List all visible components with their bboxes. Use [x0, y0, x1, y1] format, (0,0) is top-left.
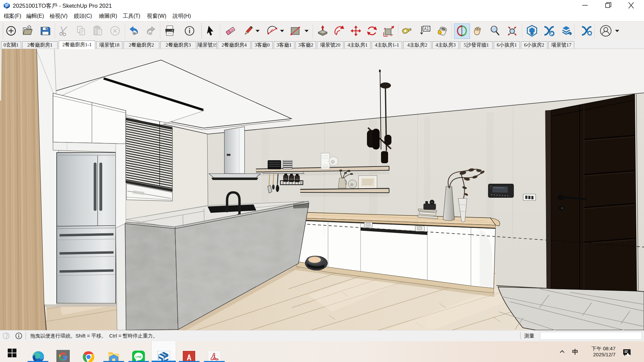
svg-text:A1: A1: [424, 26, 429, 31]
svg-text:LINE: LINE: [136, 355, 142, 358]
